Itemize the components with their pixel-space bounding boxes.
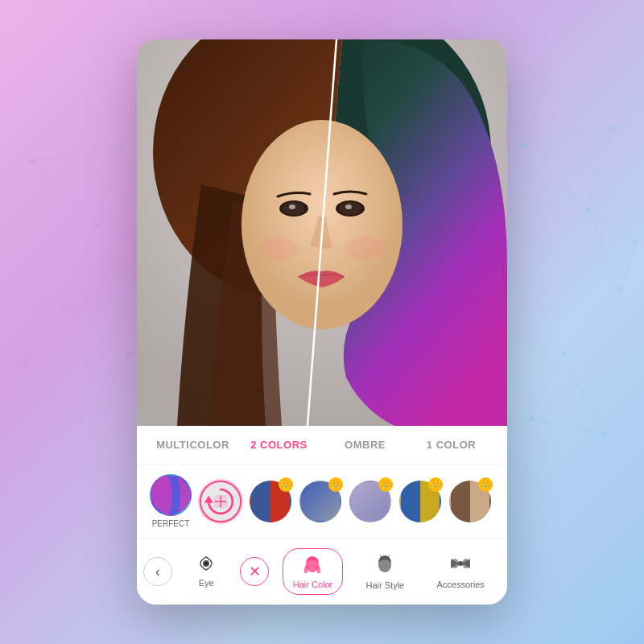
hair-style-icon: [374, 553, 396, 577]
svg-point-28: [561, 352, 566, 357]
svg-point-8: [30, 159, 35, 163]
hair-style-label: Hair Style: [366, 580, 405, 590]
svg-line-3: [80, 354, 129, 419]
accessories-label: Accessories: [437, 580, 485, 589]
swatch-perfect[interactable]: PERFECT: [150, 474, 192, 528]
svg-line-22: [531, 419, 604, 435]
eye-icon: [195, 555, 217, 575]
swatch-yellow-blue[interactable]: 👑: [399, 481, 441, 522]
svg-line-20: [588, 129, 612, 209]
accessories-icon: [449, 554, 472, 576]
tool-hair-style[interactable]: Hair Style: [357, 548, 415, 595]
svg-point-10: [62, 303, 67, 308]
swatches-row: PERFECT 👑: [137, 464, 507, 538]
tab-ombre[interactable]: OMBRE: [322, 432, 408, 457]
swatch-beige-brown[interactable]: 👑: [449, 481, 491, 522]
svg-point-55: [204, 562, 208, 565]
crown-badge-7: 👑: [478, 477, 493, 492]
svg-line-17: [564, 290, 620, 354]
svg-line-6: [24, 306, 64, 362]
cancel-icon: ✕: [249, 563, 261, 580]
svg-point-59: [451, 559, 459, 568]
svg-point-13: [118, 142, 123, 147]
tab-2colors[interactable]: 2 COLORS: [236, 432, 322, 457]
svg-point-9: [94, 223, 99, 228]
svg-line-2: [64, 306, 129, 354]
svg-point-12: [78, 416, 83, 421]
tool-hair-color[interactable]: Hair Color: [283, 548, 344, 595]
svg-line-0: [32, 161, 97, 225]
back-button[interactable]: ‹: [143, 557, 172, 586]
photo-area: [137, 39, 507, 426]
svg-point-30: [609, 126, 614, 131]
crown-badge-3: 👑: [279, 477, 293, 492]
swatch-selected[interactable]: [200, 481, 242, 522]
svg-line-18: [564, 354, 604, 435]
svg-line-24: [620, 242, 636, 290]
svg-point-26: [585, 207, 590, 212]
crown-badge-4: 👑: [328, 477, 343, 492]
tab-1color[interactable]: 1 COLOR: [408, 432, 494, 457]
eye-label: Eye: [199, 578, 214, 588]
svg-line-19: [523, 129, 612, 145]
crown-badge-6: 👑: [428, 477, 443, 492]
swatch-blue-dark[interactable]: 👑: [299, 481, 341, 522]
crown-badge-5: 👑: [378, 477, 393, 492]
swatch-perfect-label: PERFECT: [150, 519, 192, 528]
tool-eye[interactable]: Eye: [185, 551, 227, 592]
svg-point-27: [617, 287, 622, 292]
swatch-purple-light[interactable]: 👑: [349, 481, 391, 522]
svg-point-29: [601, 432, 606, 437]
app-card: MULTICOLOR 2 COLORS OMBRE 1 COLOR PERFEC…: [137, 39, 507, 605]
hair-color-icon: [301, 554, 324, 576]
svg-line-4: [32, 145, 121, 161]
cancel-button[interactable]: ✕: [240, 557, 269, 586]
svg-point-60: [462, 559, 470, 568]
svg-point-31: [529, 416, 534, 421]
svg-line-5: [97, 145, 121, 225]
svg-point-25: [521, 142, 526, 147]
svg-point-45: [258, 237, 298, 261]
svg-line-15: [523, 145, 588, 209]
svg-point-14: [22, 360, 27, 365]
swatch-red-blue[interactable]: 👑: [250, 481, 291, 522]
tool-items: Eye ✕ Hai: [179, 548, 501, 595]
bottom-toolbar: ‹ Eye ✕: [137, 538, 507, 605]
tool-accessories[interactable]: Accessories: [427, 549, 494, 594]
tab-multicolor[interactable]: MULTICOLOR: [150, 432, 236, 457]
svg-point-46: [346, 237, 386, 261]
svg-line-7: [24, 362, 80, 419]
tabs-bar: MULTICOLOR 2 COLORS OMBRE 1 COLOR: [137, 426, 507, 464]
hair-color-label: Hair Color: [293, 580, 333, 589]
svg-point-41: [289, 204, 295, 209]
svg-point-11: [126, 352, 131, 357]
svg-line-21: [531, 354, 564, 419]
svg-line-1: [64, 225, 97, 306]
svg-line-23: [588, 209, 636, 242]
svg-line-16: [588, 209, 620, 290]
svg-point-44: [345, 204, 352, 209]
svg-point-32: [634, 239, 638, 244]
